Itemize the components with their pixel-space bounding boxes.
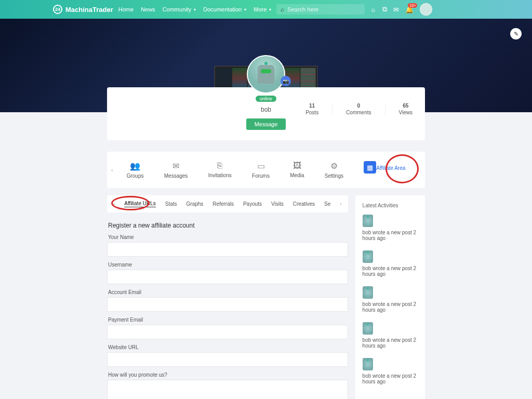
form-title: Register a new affiliate account: [108, 222, 348, 229]
forums-icon: ▭: [252, 161, 270, 171]
section-media[interactable]: 🖼Media: [290, 161, 304, 179]
camera-icon[interactable]: 📷: [281, 76, 291, 86]
activity-avatar: [363, 250, 373, 263]
activity-item[interactable]: bob wrote a new post 2 hours ago: [363, 250, 418, 277]
label-your-name: Your Name: [108, 234, 348, 240]
label-account-email: Account Email: [108, 289, 348, 295]
section-groups[interactable]: 👥Groups: [127, 161, 144, 179]
affiliate-icon: ▦: [364, 161, 376, 174]
comments-label: Comments: [346, 110, 371, 115]
profile-card: online bob Message 11Posts 0Comments 65V…: [107, 87, 425, 140]
friends-icon[interactable]: ⧉: [382, 5, 387, 14]
activity-avatar: [363, 215, 373, 227]
nav-home[interactable]: Home: [118, 6, 134, 12]
input-payment-email[interactable]: [107, 325, 348, 339]
tabs-prev[interactable]: ‹: [113, 201, 115, 207]
nav-news[interactable]: News: [141, 6, 155, 12]
bell-icon[interactable]: 🔔10+: [405, 6, 414, 14]
views-label: Views: [399, 110, 413, 115]
nav-documentation[interactable]: Documentation: [203, 6, 246, 12]
message-button[interactable]: Message: [246, 118, 286, 130]
section-forums[interactable]: ▭Forums: [252, 161, 270, 179]
section-messages[interactable]: ✉Messages: [164, 161, 188, 179]
input-promote[interactable]: [107, 380, 348, 399]
label-username: Username: [108, 262, 348, 268]
search-box[interactable]: ⌕: [276, 4, 365, 15]
affiliate-tabs: ‹ Affiliate URLs Stats Graphs Referrals …: [107, 195, 348, 212]
section-nav: ‹ 👥Groups ✉Messages ⎘Invitations ▭Forums…: [107, 152, 425, 188]
tab-visits[interactable]: Visits: [271, 201, 284, 207]
edit-cover-icon[interactable]: ✎: [510, 28, 522, 39]
comments-count: 0: [346, 103, 371, 109]
notif-badge: 10+: [408, 3, 417, 8]
tab-affiliate-urls[interactable]: Affiliate URLs: [124, 201, 155, 207]
section-affiliate-area[interactable]: ▦Affiliate Area: [364, 161, 405, 179]
invitations-icon: ⎘: [208, 161, 232, 170]
activity-item[interactable]: bob wrote a new post 2 hours ago: [363, 322, 418, 349]
tab-overflow[interactable]: Se: [324, 201, 330, 207]
posts-count: 11: [305, 103, 318, 109]
label-payment-email: Payment Email: [108, 317, 348, 323]
activity-avatar: [363, 322, 373, 335]
input-username[interactable]: [107, 270, 348, 284]
tabs-next[interactable]: ›: [340, 201, 341, 207]
profile-stats: 11Posts 0Comments 65Views: [305, 103, 413, 115]
tab-creatives[interactable]: Creatives: [293, 201, 315, 207]
activity-avatar: [363, 358, 373, 370]
user-avatar[interactable]: [420, 3, 432, 16]
activity-item[interactable]: bob wrote a new post 2 hours ago: [363, 358, 418, 384]
settings-icon: ⚙: [325, 161, 343, 171]
logo-icon: 24: [53, 5, 62, 14]
status-badge: online: [256, 96, 276, 102]
brand-logo[interactable]: 24 MachinaTrader: [53, 5, 113, 14]
groups-icon: 👥: [127, 161, 144, 171]
sidebar-title: Latest Activities: [363, 203, 418, 208]
brightness-icon[interactable]: ☼: [370, 6, 376, 14]
brand-name: MachinaTrader: [65, 6, 113, 14]
section-settings[interactable]: ⚙Settings: [325, 161, 343, 179]
mail-icon[interactable]: ✉: [393, 6, 399, 14]
label-promote: How will you promote us?: [108, 372, 348, 378]
label-website-url: Website URL: [108, 344, 348, 350]
messages-icon: ✉: [164, 161, 188, 171]
activity-item[interactable]: bob wrote a new post 2 hours ago: [363, 286, 418, 313]
input-your-name[interactable]: [107, 242, 348, 257]
input-website-url[interactable]: [107, 352, 348, 367]
profile-avatar[interactable]: [247, 55, 285, 94]
tab-graphs[interactable]: Graphs: [187, 201, 204, 207]
tab-referrals[interactable]: Referrals: [212, 201, 234, 207]
input-account-email[interactable]: [107, 297, 348, 312]
posts-label: Posts: [305, 110, 318, 115]
latest-activities-panel: Latest Activities bob wrote a new post 2…: [355, 195, 425, 399]
section-nav-prev[interactable]: ‹: [111, 167, 113, 173]
activity-avatar: [363, 286, 373, 299]
tab-stats[interactable]: Stats: [165, 201, 177, 207]
views-count: 65: [399, 103, 413, 109]
tab-payouts[interactable]: Payouts: [243, 201, 262, 207]
activity-item[interactable]: bob wrote a new post 2 hours ago: [363, 215, 418, 241]
nav-more[interactable]: More: [254, 6, 271, 12]
nav-community[interactable]: Community: [163, 6, 196, 12]
section-invitations[interactable]: ⎘Invitations: [208, 161, 232, 179]
media-icon: 🖼: [290, 161, 304, 170]
search-input[interactable]: [287, 6, 361, 12]
search-icon: ⌕: [281, 6, 284, 13]
